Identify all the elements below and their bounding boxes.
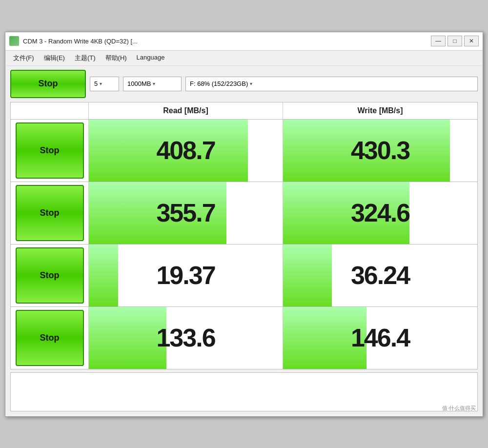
header-empty: [11, 102, 89, 119]
read-value-3: 19.37: [156, 261, 215, 290]
toolbar: Stop 5 ▾ 1000MB ▾ F: 68% (152/223GB) ▾: [5, 66, 483, 102]
stop-cell-3: Stop: [11, 244, 89, 306]
write-bar-3: [283, 244, 332, 306]
maximize-button[interactable]: □: [447, 36, 462, 46]
menu-theme[interactable]: 主题(T): [70, 52, 101, 64]
window-controls: — □ ✕: [431, 36, 479, 46]
count-value: 5: [94, 80, 98, 87]
close-button[interactable]: ✕: [464, 36, 479, 46]
read-value-2: 355.7: [156, 198, 215, 227]
minimize-button[interactable]: —: [431, 36, 446, 46]
count-chevron-icon: ▾: [100, 81, 102, 86]
write-value-4: 146.4: [351, 323, 409, 352]
read-value-4: 133.6: [156, 323, 215, 352]
app-icon: [9, 36, 19, 46]
menu-file[interactable]: 文件(F): [8, 52, 39, 64]
write-cell-4: 146.4: [283, 307, 477, 369]
read-bar-3: [89, 244, 118, 306]
stop-button-main[interactable]: Stop: [10, 70, 86, 98]
write-value-2: 324.6: [351, 198, 409, 227]
window-title: CDM 3 - Random Write 4KB (QD=32) [...: [23, 38, 431, 45]
write-value-3: 36.24: [351, 261, 409, 290]
count-dropdown[interactable]: 5 ▾: [90, 77, 119, 91]
main-content: Read [MB/s] Write [MB/s] Stop 408.7 430.…: [5, 102, 483, 416]
write-cell-3: 36.24: [283, 244, 477, 306]
menu-language[interactable]: Language: [132, 52, 170, 64]
read-cell-4: 133.6: [89, 307, 283, 369]
read-cell-3: 19.37: [89, 244, 283, 306]
stop-cell-4: Stop: [11, 307, 89, 369]
stop-button-3[interactable]: Stop: [16, 247, 84, 304]
stop-button-2[interactable]: Stop: [16, 185, 84, 241]
grid-header-row: Read [MB/s] Write [MB/s]: [11, 102, 477, 120]
title-bar: CDM 3 - Random Write 4KB (QD=32) [... — …: [5, 32, 483, 51]
read-value-1: 408.7: [156, 136, 215, 165]
write-cell-1: 430.3: [283, 120, 477, 182]
size-chevron-icon: ▾: [153, 81, 155, 86]
stop-button-1[interactable]: Stop: [16, 122, 84, 179]
stop-cell-2: Stop: [11, 182, 89, 244]
size-dropdown[interactable]: 1000MB ▾: [123, 77, 182, 91]
header-read: Read [MB/s]: [89, 102, 283, 119]
table-row: Stop 408.7 430.3: [11, 120, 477, 182]
menu-bar: 文件(F) 编辑(E) 主题(T) 帮助(H) Language: [5, 51, 483, 66]
table-row: Stop 133.6 146.4: [11, 307, 477, 369]
table-row: Stop 19.37 36.24: [11, 244, 477, 307]
header-write: Write [MB/s]: [283, 102, 477, 119]
write-value-1: 430.3: [351, 136, 409, 165]
stop-cell-1: Stop: [11, 120, 89, 182]
write-cell-2: 324.6: [283, 182, 477, 244]
drive-value: F: 68% (152/223GB): [190, 80, 248, 87]
bottom-area: [10, 372, 478, 411]
read-cell-1: 408.7: [89, 120, 283, 182]
drive-dropdown[interactable]: F: 68% (152/223GB) ▾: [185, 77, 478, 91]
menu-edit[interactable]: 编辑(E): [39, 52, 70, 64]
drive-chevron-icon: ▾: [250, 81, 252, 86]
read-cell-2: 355.7: [89, 182, 283, 244]
watermark: 值·什么值得买: [442, 405, 476, 412]
size-value: 1000MB: [127, 80, 151, 87]
results-grid: Read [MB/s] Write [MB/s] Stop 408.7 430.…: [10, 102, 478, 369]
read-bar-4: [89, 307, 166, 369]
main-window: CDM 3 - Random Write 4KB (QD=32) [... — …: [5, 32, 483, 417]
stop-button-4[interactable]: Stop: [16, 310, 84, 366]
table-row: Stop 355.7 324.6: [11, 182, 477, 244]
menu-help[interactable]: 帮助(H): [101, 52, 132, 64]
